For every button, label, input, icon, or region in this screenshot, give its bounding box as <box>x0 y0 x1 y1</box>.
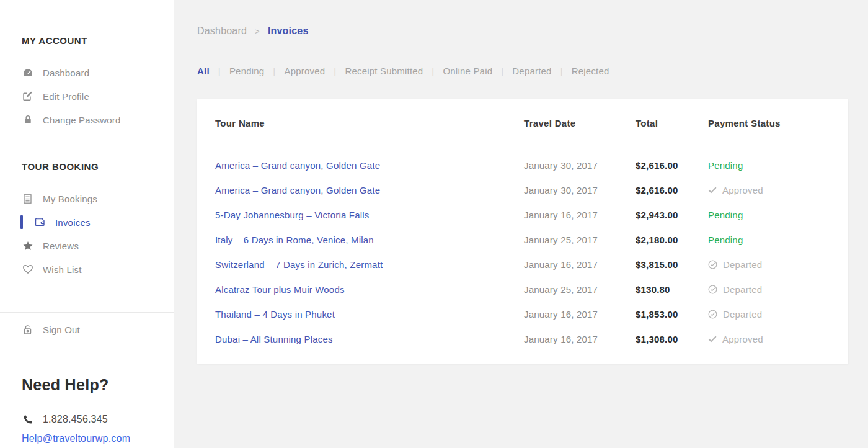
payment-status-label: Pending <box>708 235 743 245</box>
tour-name-link[interactable]: Thailand – 4 Days in Phuket <box>215 309 335 320</box>
breadcrumb-dashboard-link[interactable]: Dashboard <box>197 25 247 37</box>
star-icon <box>22 241 33 251</box>
check-icon <box>708 187 717 194</box>
total-cell: $2,616.00 <box>636 185 708 195</box>
total-cell: $2,180.00 <box>636 235 708 245</box>
check-icon <box>708 336 717 343</box>
payment-status-label: Approved <box>722 334 763 344</box>
bookings-icon <box>22 194 33 204</box>
travel-date-cell: January 16, 2017 <box>524 259 636 270</box>
sidebar-item-wish-list[interactable]: Wish List <box>22 258 174 281</box>
check-circle-icon <box>708 310 717 319</box>
heart-icon <box>22 264 33 274</box>
payment-status-cell: Pending <box>708 235 830 245</box>
tour-name-link[interactable]: Dubai – All Stunning Places <box>215 334 333 344</box>
payment-status-label: Departed <box>723 259 762 270</box>
payment-status-label: Departed <box>723 284 762 295</box>
column-header-tour-name: Tour Name <box>215 118 524 128</box>
column-header-total: Total <box>636 118 708 128</box>
filter-tab-all[interactable]: All <box>197 66 210 76</box>
breadcrumb-current-page: Invoices <box>268 25 309 37</box>
sidebar-item-invoices[interactable]: Invoices <box>22 210 174 234</box>
divider <box>0 347 174 347</box>
status-filter-tabs: All|Pending|Approved|Receipt Submitted|O… <box>197 66 868 76</box>
column-header-payment-status: Payment Status <box>708 118 830 128</box>
sidebar-item-edit-profile[interactable]: Edit Profile <box>22 84 174 108</box>
lock-icon <box>22 115 33 125</box>
travel-date-cell: January 25, 2017 <box>524 284 636 295</box>
column-header-travel-date: Travel Date <box>524 118 636 128</box>
total-cell: $130.80 <box>636 284 708 295</box>
payment-status-label: Departed <box>723 309 762 320</box>
need-help-heading: Need Help? <box>22 376 174 394</box>
sidebar-item-change-password[interactable]: Change Password <box>22 108 174 132</box>
sidebar-item-reviews[interactable]: Reviews <box>22 234 174 258</box>
breadcrumb-separator: > <box>255 27 260 36</box>
sidebar: MY ACCOUNT Dashboard Edit Profile Change… <box>0 0 174 448</box>
filter-tab-approved[interactable]: Approved <box>284 66 325 76</box>
sidebar-item-label: Dashboard <box>43 68 89 78</box>
breadcrumb: Dashboard > Invoices <box>197 25 868 37</box>
check-circle-icon <box>708 285 717 294</box>
filter-tab-departed[interactable]: Departed <box>512 66 551 76</box>
travel-date-cell: January 16, 2017 <box>524 309 636 320</box>
tour-name-link[interactable]: Italy – 6 Days in Rome, Venice, Milan <box>215 235 374 245</box>
payment-status-cell: Departed <box>708 309 830 320</box>
table-row: 5-Day Johannesburg – Victoria Falls Janu… <box>215 202 830 227</box>
help-phone-number: 1.828.456.345 <box>43 414 108 425</box>
table-row: America – Grand canyon, Golden Gate Janu… <box>215 153 830 177</box>
payment-status-cell: Departed <box>708 259 830 270</box>
table-header-row: Tour Name Travel Date Total Payment Stat… <box>215 99 830 141</box>
sidebar-item-label: My Bookings <box>43 194 97 204</box>
sidebar-item-dashboard[interactable]: Dashboard <box>22 61 174 84</box>
filter-tab-online-paid[interactable]: Online Paid <box>443 66 492 76</box>
tab-separator: | <box>501 66 503 76</box>
unlock-icon <box>22 325 33 335</box>
tour-name-link[interactable]: Switzerland – 7 Days in Zurich, Zermatt <box>215 259 383 270</box>
table-row: Thailand – 4 Days in Phuket January 16, … <box>215 302 830 326</box>
total-cell: $1,853.00 <box>636 309 708 320</box>
active-indicator-bar <box>20 215 23 229</box>
table-row: America – Grand canyon, Golden Gate Janu… <box>215 177 830 202</box>
wallet-icon <box>34 217 46 227</box>
section-title-my-account: MY ACCOUNT <box>22 35 174 46</box>
sidebar-item-my-bookings[interactable]: My Bookings <box>22 187 174 210</box>
dashboard-icon <box>22 68 33 78</box>
sidebar-item-label: Change Password <box>43 115 121 125</box>
payment-status-cell: Pending <box>708 210 830 220</box>
sidebar-item-label: Reviews <box>43 241 79 251</box>
help-email-link[interactable]: Help@traveltourwp.com <box>22 433 130 444</box>
payment-status-label: Pending <box>708 210 743 220</box>
sidebar-item-label: Wish List <box>43 264 82 275</box>
payment-status-label: Approved <box>722 185 763 195</box>
total-cell: $2,616.00 <box>636 160 708 171</box>
travel-date-cell: January 16, 2017 <box>524 210 636 220</box>
table-body: America – Grand canyon, Golden Gate Janu… <box>215 141 830 351</box>
tour-name-link[interactable]: Alcatraz Tour plus Muir Woods <box>215 284 345 295</box>
tour-name-link[interactable]: America – Grand canyon, Golden Gate <box>215 160 380 171</box>
phone-icon <box>22 414 33 424</box>
tour-name-link[interactable]: America – Grand canyon, Golden Gate <box>215 185 380 195</box>
table-row: Alcatraz Tour plus Muir Woods January 25… <box>215 277 830 302</box>
travel-date-cell: January 16, 2017 <box>524 334 636 344</box>
table-row: Switzerland – 7 Days in Zurich, Zermatt … <box>215 252 830 277</box>
invoices-table-card: Tour Name Travel Date Total Payment Stat… <box>197 99 848 364</box>
tour-name-link[interactable]: 5-Day Johannesburg – Victoria Falls <box>215 210 370 220</box>
tab-separator: | <box>218 66 221 76</box>
main-content: Dashboard > Invoices All|Pending|Approve… <box>174 0 868 448</box>
travel-date-cell: January 25, 2017 <box>524 235 636 245</box>
check-circle-icon <box>708 260 717 269</box>
section-title-tour-booking: TOUR BOOKING <box>22 161 174 172</box>
sidebar-item-label: Invoices <box>55 217 91 228</box>
table-row: Italy – 6 Days in Rome, Venice, Milan Ja… <box>215 227 830 252</box>
payment-status-label: Pending <box>708 160 743 171</box>
tab-separator: | <box>432 66 434 76</box>
filter-tab-receipt-submitted[interactable]: Receipt Submitted <box>345 66 423 76</box>
travel-date-cell: January 30, 2017 <box>524 160 636 171</box>
sign-out-button[interactable]: Sign Out <box>22 318 80 342</box>
filter-tab-pending[interactable]: Pending <box>229 66 264 76</box>
sidebar-item-label: Edit Profile <box>43 91 89 102</box>
filter-tab-rejected[interactable]: Rejected <box>572 66 609 76</box>
sign-out-label: Sign Out <box>43 325 80 335</box>
tab-separator: | <box>560 66 563 76</box>
